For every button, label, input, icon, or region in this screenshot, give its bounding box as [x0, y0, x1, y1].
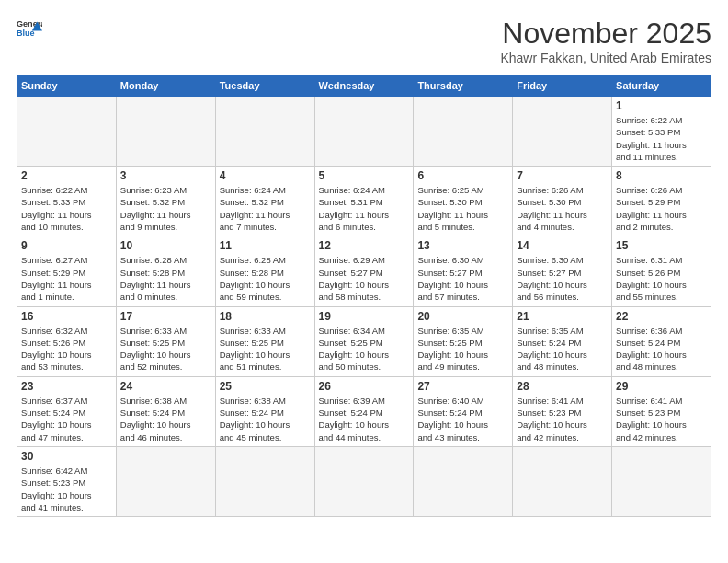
- day-info: Sunrise: 6:41 AM Sunset: 5:23 PM Dayligh…: [517, 395, 608, 443]
- day-info: Sunrise: 6:28 AM Sunset: 5:28 PM Dayligh…: [120, 254, 211, 303]
- day-number: 22: [616, 310, 707, 323]
- logo: General Blue: [17, 17, 42, 42]
- day-info: Sunrise: 6:33 AM Sunset: 5:25 PM Dayligh…: [120, 325, 211, 373]
- calendar-cell: [314, 97, 414, 167]
- calendar-cell: 24Sunrise: 6:38 AM Sunset: 5:24 PM Dayli…: [116, 376, 215, 446]
- day-number: 12: [319, 239, 410, 252]
- calendar-cell: 15Sunrise: 6:31 AM Sunset: 5:26 PM Dayli…: [612, 236, 711, 306]
- day-number: 16: [21, 310, 112, 323]
- day-info: Sunrise: 6:40 AM Sunset: 5:24 PM Dayligh…: [417, 395, 508, 443]
- day-info: Sunrise: 6:22 AM Sunset: 5:33 PM Dayligh…: [616, 114, 707, 163]
- day-info: Sunrise: 6:42 AM Sunset: 5:23 PM Dayligh…: [21, 465, 112, 513]
- day-info: Sunrise: 6:27 AM Sunset: 5:29 PM Dayligh…: [21, 254, 112, 303]
- weekday-header-row: SundayMondayTuesdayWednesdayThursdayFrid…: [17, 75, 711, 97]
- calendar-week-row: 23Sunrise: 6:37 AM Sunset: 5:24 PM Dayli…: [17, 376, 711, 446]
- day-info: Sunrise: 6:24 AM Sunset: 5:32 PM Dayligh…: [220, 184, 311, 233]
- day-info: Sunrise: 6:26 AM Sunset: 5:30 PM Dayligh…: [517, 184, 608, 233]
- day-info: Sunrise: 6:30 AM Sunset: 5:27 PM Dayligh…: [417, 254, 508, 303]
- calendar-cell: 1Sunrise: 6:22 AM Sunset: 5:33 PM Daylig…: [612, 97, 711, 167]
- calendar-cell: 19Sunrise: 6:34 AM Sunset: 5:25 PM Dayli…: [314, 306, 414, 376]
- day-info: Sunrise: 6:38 AM Sunset: 5:24 PM Dayligh…: [220, 395, 311, 443]
- calendar-cell: [414, 97, 513, 167]
- calendar-cell: 22Sunrise: 6:36 AM Sunset: 5:24 PM Dayli…: [612, 306, 711, 376]
- day-number: 14: [517, 239, 608, 252]
- weekday-header-sunday: Sunday: [17, 75, 117, 97]
- day-number: 15: [616, 239, 707, 252]
- calendar-cell: [414, 446, 513, 516]
- calendar-week-row: 16Sunrise: 6:32 AM Sunset: 5:26 PM Dayli…: [17, 306, 711, 376]
- calendar-cell: 11Sunrise: 6:28 AM Sunset: 5:28 PM Dayli…: [215, 236, 314, 306]
- day-info: Sunrise: 6:30 AM Sunset: 5:27 PM Dayligh…: [517, 254, 608, 303]
- day-number: 7: [517, 169, 608, 182]
- day-info: Sunrise: 6:38 AM Sunset: 5:24 PM Dayligh…: [120, 395, 211, 443]
- day-info: Sunrise: 6:23 AM Sunset: 5:32 PM Dayligh…: [120, 184, 211, 233]
- day-number: 19: [319, 310, 410, 323]
- day-number: 26: [319, 380, 410, 393]
- calendar-week-row: 1Sunrise: 6:22 AM Sunset: 5:33 PM Daylig…: [17, 97, 711, 167]
- day-info: Sunrise: 6:36 AM Sunset: 5:24 PM Dayligh…: [616, 325, 707, 373]
- day-info: Sunrise: 6:32 AM Sunset: 5:26 PM Dayligh…: [21, 325, 112, 373]
- calendar-cell: 4Sunrise: 6:24 AM Sunset: 5:32 PM Daylig…: [215, 167, 314, 236]
- day-info: Sunrise: 6:28 AM Sunset: 5:28 PM Dayligh…: [220, 254, 311, 303]
- subtitle: Khawr Fakkan, United Arab Emirates: [500, 51, 711, 65]
- calendar-cell: 28Sunrise: 6:41 AM Sunset: 5:23 PM Dayli…: [513, 376, 612, 446]
- calendar-cell: [17, 97, 117, 167]
- calendar-cell: 18Sunrise: 6:33 AM Sunset: 5:25 PM Dayli…: [215, 306, 314, 376]
- calendar-cell: 29Sunrise: 6:41 AM Sunset: 5:23 PM Dayli…: [612, 376, 711, 446]
- day-number: 23: [21, 380, 112, 393]
- title-block: November 2025 Khawr Fakkan, United Arab …: [500, 17, 711, 65]
- calendar-week-row: 9Sunrise: 6:27 AM Sunset: 5:29 PM Daylig…: [17, 236, 711, 306]
- calendar-cell: 7Sunrise: 6:26 AM Sunset: 5:30 PM Daylig…: [513, 167, 612, 236]
- weekday-header-saturday: Saturday: [612, 75, 711, 97]
- day-number: 28: [517, 380, 608, 393]
- day-number: 17: [120, 310, 211, 323]
- calendar-cell: 30Sunrise: 6:42 AM Sunset: 5:23 PM Dayli…: [17, 446, 117, 516]
- calendar-cell: 9Sunrise: 6:27 AM Sunset: 5:29 PM Daylig…: [17, 236, 117, 306]
- day-number: 29: [616, 380, 707, 393]
- calendar-cell: 26Sunrise: 6:39 AM Sunset: 5:24 PM Dayli…: [314, 376, 414, 446]
- day-info: Sunrise: 6:22 AM Sunset: 5:33 PM Dayligh…: [21, 184, 112, 233]
- calendar-cell: 17Sunrise: 6:33 AM Sunset: 5:25 PM Dayli…: [116, 306, 215, 376]
- day-info: Sunrise: 6:34 AM Sunset: 5:25 PM Dayligh…: [319, 325, 410, 373]
- calendar-cell: 20Sunrise: 6:35 AM Sunset: 5:25 PM Dayli…: [414, 306, 513, 376]
- day-number: 18: [220, 310, 311, 323]
- day-number: 20: [417, 310, 508, 323]
- calendar-cell: [215, 446, 314, 516]
- day-number: 13: [417, 239, 508, 252]
- day-info: Sunrise: 6:33 AM Sunset: 5:25 PM Dayligh…: [220, 325, 311, 373]
- weekday-header-tuesday: Tuesday: [215, 75, 314, 97]
- calendar-cell: [116, 446, 215, 516]
- day-info: Sunrise: 6:37 AM Sunset: 5:24 PM Dayligh…: [21, 395, 112, 443]
- day-number: 24: [120, 380, 211, 393]
- weekday-header-wednesday: Wednesday: [314, 75, 414, 97]
- day-number: 25: [220, 380, 311, 393]
- calendar-cell: 25Sunrise: 6:38 AM Sunset: 5:24 PM Dayli…: [215, 376, 314, 446]
- calendar-cell: 3Sunrise: 6:23 AM Sunset: 5:32 PM Daylig…: [116, 167, 215, 236]
- day-info: Sunrise: 6:25 AM Sunset: 5:30 PM Dayligh…: [417, 184, 508, 233]
- day-number: 21: [517, 310, 608, 323]
- day-info: Sunrise: 6:41 AM Sunset: 5:23 PM Dayligh…: [616, 395, 707, 443]
- day-info: Sunrise: 6:29 AM Sunset: 5:27 PM Dayligh…: [319, 254, 410, 303]
- logo-icon: General Blue: [17, 17, 42, 42]
- calendar-cell: [513, 446, 612, 516]
- calendar-cell: 5Sunrise: 6:24 AM Sunset: 5:31 PM Daylig…: [314, 167, 414, 236]
- calendar-cell: 2Sunrise: 6:22 AM Sunset: 5:33 PM Daylig…: [17, 167, 117, 236]
- calendar-cell: [612, 446, 711, 516]
- day-info: Sunrise: 6:35 AM Sunset: 5:24 PM Dayligh…: [517, 325, 608, 373]
- day-number: 4: [220, 169, 311, 182]
- day-info: Sunrise: 6:35 AM Sunset: 5:25 PM Dayligh…: [417, 325, 508, 373]
- day-number: 8: [616, 169, 707, 182]
- calendar-cell: 16Sunrise: 6:32 AM Sunset: 5:26 PM Dayli…: [17, 306, 117, 376]
- day-number: 30: [21, 450, 112, 463]
- calendar-cell: 6Sunrise: 6:25 AM Sunset: 5:30 PM Daylig…: [414, 167, 513, 236]
- page: General Blue November 2025 Khawr Fakkan,…: [0, 0, 728, 563]
- calendar-cell: [116, 97, 215, 167]
- header: General Blue November 2025 Khawr Fakkan,…: [17, 17, 711, 65]
- day-number: 9: [21, 239, 112, 252]
- day-number: 2: [21, 169, 112, 182]
- svg-text:Blue: Blue: [17, 29, 35, 38]
- day-info: Sunrise: 6:24 AM Sunset: 5:31 PM Dayligh…: [319, 184, 410, 233]
- calendar-cell: 23Sunrise: 6:37 AM Sunset: 5:24 PM Dayli…: [17, 376, 117, 446]
- calendar-cell: 8Sunrise: 6:26 AM Sunset: 5:29 PM Daylig…: [612, 167, 711, 236]
- day-number: 6: [417, 169, 508, 182]
